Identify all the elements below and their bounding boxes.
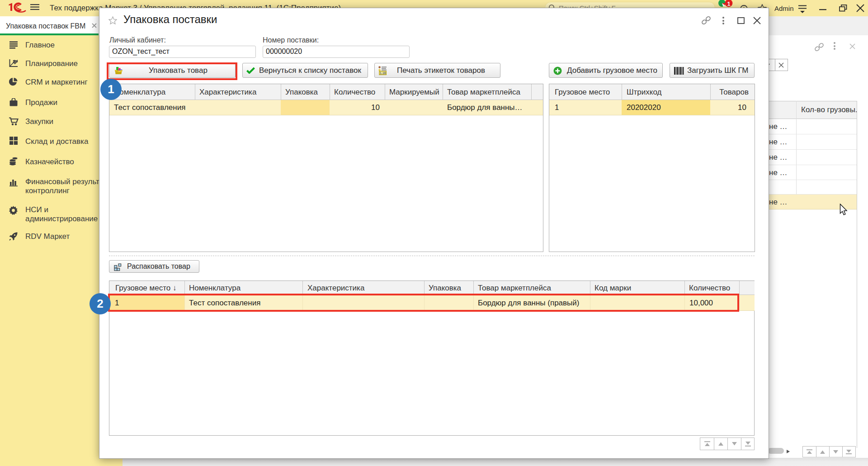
svg-text:1.10: 1.10 [380, 71, 386, 75]
svg-text:1: 1 [727, 0, 730, 7]
